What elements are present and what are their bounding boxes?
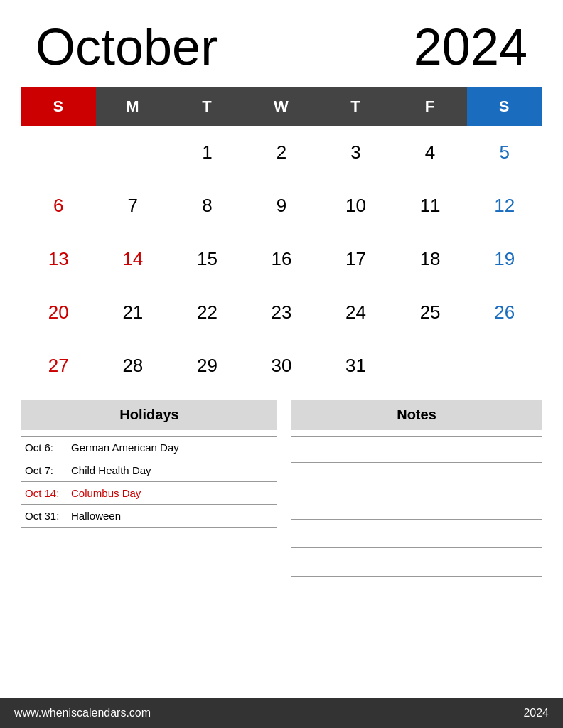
calendar-row: 13141516171819 bbox=[21, 232, 542, 286]
thursday-header: T bbox=[318, 87, 393, 126]
calendar-page: October 2024 S M T W T F S 1234567891011… bbox=[0, 0, 563, 728]
note-line[interactable] bbox=[291, 521, 542, 548]
header: October 2024 bbox=[0, 0, 563, 80]
footer-year: 2024 bbox=[523, 707, 549, 719]
holidays-list: Oct 6:German American DayOct 7:Child Hea… bbox=[21, 436, 277, 528]
calendar-cell bbox=[96, 126, 171, 179]
calendar-cell: 23 bbox=[245, 286, 319, 339]
calendar-wrapper: S M T W T F S 12345678910111213141516171… bbox=[0, 87, 563, 392]
calendar-cell: 12 bbox=[467, 179, 542, 232]
calendar-cell: 7 bbox=[96, 179, 171, 232]
calendar-cell: 2 bbox=[245, 126, 319, 179]
calendar-cell: 31 bbox=[318, 339, 393, 392]
calendar-cell bbox=[467, 339, 542, 392]
calendar-row: 12345 bbox=[21, 126, 542, 179]
calendar-cell: 29 bbox=[170, 339, 245, 392]
holiday-item: Oct 14:Columbus Day bbox=[21, 482, 277, 505]
calendar-body: 1234567891011121314151617181920212223242… bbox=[21, 126, 542, 392]
holiday-date: Oct 31: bbox=[25, 510, 71, 522]
calendar-cell: 30 bbox=[245, 339, 319, 392]
holiday-name: Columbus Day bbox=[71, 487, 141, 499]
note-line[interactable] bbox=[291, 550, 542, 577]
calendar-cell: 11 bbox=[393, 179, 468, 232]
calendar-row: 20212223242526 bbox=[21, 286, 542, 339]
holiday-date: Oct 6: bbox=[25, 441, 71, 454]
calendar-cell: 1 bbox=[170, 126, 245, 179]
calendar-cell: 6 bbox=[21, 179, 96, 232]
calendar-cell bbox=[21, 126, 96, 179]
bottom-section: Holidays Oct 6:German American DayOct 7:… bbox=[0, 392, 563, 698]
holiday-item: Oct 31:Halloween bbox=[21, 505, 277, 528]
calendar-cell: 9 bbox=[245, 179, 319, 232]
holiday-item: Oct 6:German American Day bbox=[21, 436, 277, 459]
calendar-cell: 26 bbox=[467, 286, 542, 339]
wednesday-header: W bbox=[245, 87, 319, 126]
note-line[interactable] bbox=[291, 464, 542, 491]
calendar-cell: 24 bbox=[318, 286, 393, 339]
notes-panel: Notes bbox=[291, 400, 542, 698]
holidays-header: Holidays bbox=[21, 400, 277, 430]
footer: www.wheniscalendars.com 2024 bbox=[0, 698, 563, 728]
calendar-cell: 5 bbox=[467, 126, 542, 179]
holiday-item: Oct 7:Child Health Day bbox=[21, 459, 277, 482]
calendar-cell: 21 bbox=[96, 286, 171, 339]
calendar-cell: 14 bbox=[96, 232, 171, 286]
calendar-cell: 8 bbox=[170, 179, 245, 232]
holidays-panel: Holidays Oct 6:German American DayOct 7:… bbox=[21, 400, 277, 698]
holiday-name: German American Day bbox=[71, 441, 179, 454]
calendar-cell: 16 bbox=[245, 232, 319, 286]
saturday-header: S bbox=[467, 87, 542, 126]
holiday-date: Oct 14: bbox=[25, 487, 71, 499]
note-line[interactable] bbox=[291, 436, 542, 463]
calendar-cell: 4 bbox=[393, 126, 468, 179]
calendar-cell: 3 bbox=[318, 126, 393, 179]
tuesday-header: T bbox=[170, 87, 245, 126]
day-header-row: S M T W T F S bbox=[21, 87, 542, 126]
calendar-cell: 25 bbox=[393, 286, 468, 339]
notes-header: Notes bbox=[291, 400, 542, 430]
calendar-cell: 27 bbox=[21, 339, 96, 392]
note-line[interactable] bbox=[291, 493, 542, 520]
calendar-cell: 22 bbox=[170, 286, 245, 339]
notes-lines bbox=[291, 436, 542, 577]
calendar-row: 2728293031 bbox=[21, 339, 542, 392]
calendar-cell bbox=[393, 339, 468, 392]
monday-header: M bbox=[96, 87, 171, 126]
holiday-name: Child Health Day bbox=[71, 464, 151, 476]
calendar-cell: 18 bbox=[393, 232, 468, 286]
calendar-cell: 19 bbox=[467, 232, 542, 286]
calendar-cell: 20 bbox=[21, 286, 96, 339]
calendar-cell: 13 bbox=[21, 232, 96, 286]
friday-header: F bbox=[393, 87, 468, 126]
calendar-row: 6789101112 bbox=[21, 179, 542, 232]
calendar-cell: 10 bbox=[318, 179, 393, 232]
calendar-cell: 28 bbox=[96, 339, 171, 392]
month-title: October bbox=[36, 21, 218, 73]
sunday-header: S bbox=[21, 87, 96, 126]
holiday-name: Halloween bbox=[71, 510, 121, 522]
calendar-cell: 17 bbox=[318, 232, 393, 286]
calendar-table: S M T W T F S 12345678910111213141516171… bbox=[21, 87, 542, 392]
holiday-date: Oct 7: bbox=[25, 464, 71, 476]
footer-url: www.wheniscalendars.com bbox=[14, 707, 151, 719]
calendar-cell: 15 bbox=[170, 232, 245, 286]
year-title: 2024 bbox=[414, 21, 527, 73]
